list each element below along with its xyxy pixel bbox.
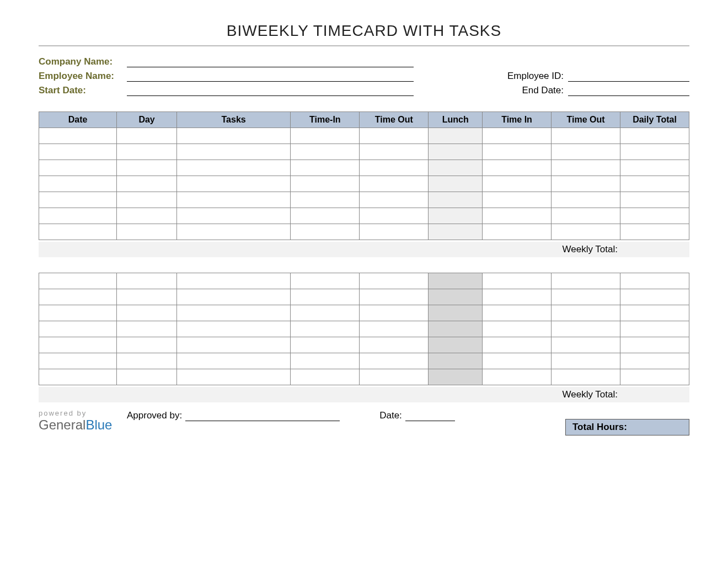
cell[interactable] — [176, 160, 290, 176]
date-input[interactable] — [405, 410, 455, 421]
cell[interactable] — [176, 337, 290, 353]
cell[interactable] — [291, 128, 360, 144]
cell[interactable] — [552, 176, 620, 192]
cell[interactable] — [483, 192, 552, 208]
cell[interactable] — [117, 144, 177, 160]
cell[interactable] — [117, 208, 177, 224]
cell[interactable] — [360, 369, 429, 385]
cell[interactable] — [176, 321, 290, 337]
cell[interactable] — [429, 369, 483, 385]
cell[interactable] — [360, 144, 429, 160]
cell[interactable] — [429, 337, 483, 353]
cell[interactable] — [620, 321, 689, 337]
cell[interactable] — [291, 305, 360, 321]
cell[interactable] — [552, 128, 620, 144]
cell[interactable] — [39, 369, 117, 385]
cell[interactable] — [291, 369, 360, 385]
cell[interactable] — [117, 176, 177, 192]
cell[interactable] — [483, 144, 552, 160]
cell[interactable] — [117, 273, 177, 289]
cell[interactable] — [291, 273, 360, 289]
cell[interactable] — [483, 289, 552, 305]
cell[interactable] — [39, 337, 117, 353]
cell[interactable] — [117, 192, 177, 208]
cell[interactable] — [117, 369, 177, 385]
cell[interactable] — [483, 160, 552, 176]
cell[interactable] — [39, 144, 117, 160]
cell[interactable] — [429, 289, 483, 305]
cell[interactable] — [360, 321, 429, 337]
cell[interactable] — [620, 192, 689, 208]
cell[interactable] — [483, 176, 552, 192]
cell[interactable] — [360, 128, 429, 144]
cell[interactable] — [620, 160, 689, 176]
cell[interactable] — [620, 353, 689, 369]
cell[interactable] — [291, 192, 360, 208]
employee-input[interactable] — [127, 71, 414, 82]
cell[interactable] — [552, 273, 620, 289]
cell[interactable] — [39, 353, 117, 369]
cell[interactable] — [360, 224, 429, 240]
cell[interactable] — [39, 176, 117, 192]
empid-input[interactable] — [568, 71, 689, 82]
cell[interactable] — [291, 353, 360, 369]
cell[interactable] — [291, 289, 360, 305]
cell[interactable] — [552, 321, 620, 337]
cell[interactable] — [552, 160, 620, 176]
cell[interactable] — [429, 273, 483, 289]
cell[interactable] — [360, 353, 429, 369]
cell[interactable] — [291, 208, 360, 224]
cell[interactable] — [552, 224, 620, 240]
cell[interactable] — [360, 289, 429, 305]
cell[interactable] — [620, 224, 689, 240]
company-input[interactable] — [127, 56, 414, 67]
cell[interactable] — [429, 192, 483, 208]
cell[interactable] — [176, 192, 290, 208]
cell[interactable] — [39, 289, 117, 305]
cell[interactable] — [429, 224, 483, 240]
cell[interactable] — [620, 305, 689, 321]
cell[interactable] — [39, 273, 117, 289]
cell[interactable] — [39, 128, 117, 144]
cell[interactable] — [552, 208, 620, 224]
cell[interactable] — [176, 208, 290, 224]
cell[interactable] — [117, 305, 177, 321]
cell[interactable] — [360, 273, 429, 289]
cell[interactable] — [552, 353, 620, 369]
cell[interactable] — [176, 289, 290, 305]
cell[interactable] — [483, 128, 552, 144]
cell[interactable] — [176, 176, 290, 192]
cell[interactable] — [429, 128, 483, 144]
cell[interactable] — [552, 289, 620, 305]
cell[interactable] — [176, 305, 290, 321]
cell[interactable] — [117, 321, 177, 337]
cell[interactable] — [291, 224, 360, 240]
cell[interactable] — [291, 337, 360, 353]
cell[interactable] — [483, 273, 552, 289]
cell[interactable] — [360, 160, 429, 176]
cell[interactable] — [360, 337, 429, 353]
cell[interactable] — [483, 321, 552, 337]
cell[interactable] — [117, 224, 177, 240]
cell[interactable] — [552, 192, 620, 208]
cell[interactable] — [291, 160, 360, 176]
cell[interactable] — [291, 176, 360, 192]
cell[interactable] — [39, 224, 117, 240]
cell[interactable] — [117, 160, 177, 176]
cell[interactable] — [552, 305, 620, 321]
cell[interactable] — [620, 337, 689, 353]
cell[interactable] — [620, 144, 689, 160]
cell[interactable] — [620, 128, 689, 144]
cell[interactable] — [117, 128, 177, 144]
cell[interactable] — [429, 176, 483, 192]
cell[interactable] — [360, 208, 429, 224]
cell[interactable] — [483, 305, 552, 321]
cell[interactable] — [176, 353, 290, 369]
cell[interactable] — [483, 353, 552, 369]
cell[interactable] — [176, 369, 290, 385]
cell[interactable] — [360, 192, 429, 208]
cell[interactable] — [176, 144, 290, 160]
cell[interactable] — [117, 337, 177, 353]
cell[interactable] — [429, 144, 483, 160]
cell[interactable] — [39, 160, 117, 176]
